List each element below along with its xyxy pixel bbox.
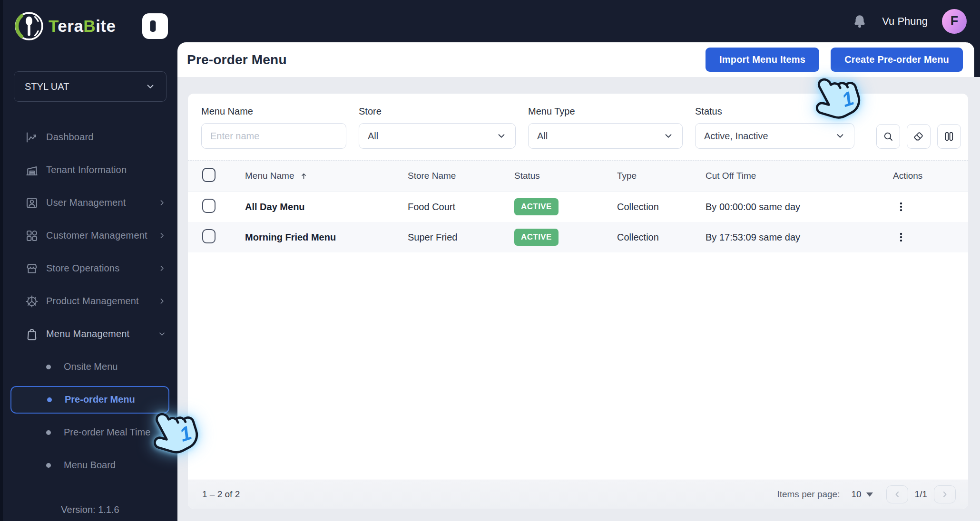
page-size-select[interactable]: 10 xyxy=(851,489,872,500)
cell-menu-name[interactable]: All Day Menu xyxy=(245,202,408,212)
table-footer: 1 – 2 of 2 Items per page: 10 1/1 xyxy=(188,480,968,509)
sidebar-item-product-management[interactable]: Product Management xyxy=(3,285,177,318)
next-page-button[interactable] xyxy=(934,485,956,503)
page-title: Pre-order Menu xyxy=(187,52,287,68)
filter-store: Store All xyxy=(359,106,516,149)
row-checkbox[interactable] xyxy=(202,199,216,213)
sidebar-item-label: User Management xyxy=(46,197,158,208)
sidebar-item-menu-board[interactable]: Menu Board xyxy=(3,449,177,482)
app-version: Version: 1.1.6 xyxy=(3,504,177,515)
kebab-menu-icon xyxy=(895,230,907,244)
gear-icon xyxy=(25,294,39,309)
header-actions: Actions xyxy=(882,171,968,181)
page-header-wrap: Pre-order Menu Import Menu Items Create … xyxy=(177,42,980,77)
pager: 1/1 xyxy=(886,485,956,503)
search-button[interactable] xyxy=(876,124,900,149)
menu-name-input[interactable] xyxy=(210,131,337,142)
cell-cut-off-time: By 00:00:00 same day xyxy=(706,202,882,212)
shopping-bag-icon xyxy=(25,327,39,341)
filter-menu-type: Menu Type All xyxy=(528,106,683,149)
create-pre-order-menu-button[interactable]: Create Pre-order Menu xyxy=(831,48,963,72)
table-header: Menu Name Store Name Status Type Cut Off… xyxy=(188,160,968,192)
sort-ascending-icon xyxy=(299,172,308,181)
row-actions-menu-button[interactable] xyxy=(893,197,909,216)
sidebar-subitem-label: Pre-order Meal Time xyxy=(64,427,150,438)
avatar[interactable]: F xyxy=(942,9,967,34)
cell-status: ACTIVE xyxy=(514,229,617,246)
sidebar-subitem-label: Pre-order Menu xyxy=(65,394,135,405)
clear-filters-button[interactable] xyxy=(907,124,931,149)
sidebar-item-customer-management[interactable]: Customer Management xyxy=(3,219,177,252)
cell-actions xyxy=(882,197,968,216)
store-select[interactable]: All xyxy=(359,123,516,149)
chevron-right-icon xyxy=(940,490,950,499)
sidebar-panel-icon xyxy=(147,18,163,34)
filter-label: Menu Type xyxy=(528,106,683,117)
menu-management-submenu: Onsite Menu Pre-order Menu Pre-order Mea… xyxy=(3,350,177,482)
header-status[interactable]: Status xyxy=(514,171,617,181)
status-select[interactable]: Active, Inactive xyxy=(695,123,854,149)
cell-status: ACTIVE xyxy=(514,198,617,215)
sidebar: TeraBite STYL UAT Dashboard Tenant Infor… xyxy=(0,0,177,521)
sidebar-item-tenant-information[interactable]: Tenant Information xyxy=(3,154,177,186)
sidebar-subitem-label: Menu Board xyxy=(64,460,116,471)
page-actions: Import Menu Items Create Pre-order Menu xyxy=(706,48,963,72)
items-per-page-label: Items per page: xyxy=(777,489,840,500)
chevron-down-icon xyxy=(145,81,156,92)
sidebar-item-store-operations[interactable]: Store Operations xyxy=(3,252,177,285)
sidebar-subitem-label: Onsite Menu xyxy=(64,361,118,372)
sidebar-item-label: Store Operations xyxy=(46,263,158,274)
header-cut-off-time[interactable]: Cut Off Time xyxy=(706,171,882,181)
table-empty-space xyxy=(188,252,968,480)
filter-bar: Menu Name Store All Menu Type xyxy=(188,94,968,160)
row-checkbox[interactable] xyxy=(202,229,216,243)
filter-action-buttons xyxy=(876,124,961,149)
sidebar-nav: Dashboard Tenant Information User Manage… xyxy=(3,121,177,482)
sidebar-item-onsite-menu[interactable]: Onsite Menu xyxy=(3,350,177,383)
topbar: Vu Phung F xyxy=(177,0,980,42)
user-name[interactable]: Vu Phung xyxy=(882,15,928,28)
select-all-checkbox[interactable] xyxy=(202,168,216,182)
chevron-down-icon xyxy=(663,131,674,141)
sidebar-collapse-button[interactable] xyxy=(142,13,168,39)
chevron-down-icon xyxy=(496,131,507,141)
eraser-icon xyxy=(913,131,924,142)
sidebar-item-dashboard[interactable]: Dashboard xyxy=(3,121,177,154)
header-menu-name[interactable]: Menu Name xyxy=(245,171,408,181)
status-badge: ACTIVE xyxy=(514,229,559,246)
sidebar-item-pre-order-meal-time[interactable]: Pre-order Meal Time xyxy=(3,416,177,449)
filter-menu-name: Menu Name xyxy=(201,106,346,149)
sidebar-item-user-management[interactable]: User Management xyxy=(3,186,177,219)
table-row: Morning Fried Menu Super Fried ACTIVE Co… xyxy=(188,222,968,252)
previous-page-button[interactable] xyxy=(886,485,908,503)
sidebar-item-pre-order-menu-wrap: Pre-order Menu xyxy=(3,383,177,416)
page-content: Menu Name Store All Menu Type xyxy=(177,77,980,521)
row-checkbox-cell xyxy=(188,199,245,215)
columns-button[interactable] xyxy=(937,124,961,149)
row-actions-menu-button[interactable] xyxy=(893,228,909,247)
chevron-right-icon xyxy=(158,232,166,240)
sidebar-item-menu-management[interactable]: Menu Management xyxy=(3,318,177,350)
header-type[interactable]: Type xyxy=(617,171,706,181)
menu-type-select[interactable]: All xyxy=(528,123,683,149)
notifications-bell-icon[interactable] xyxy=(852,13,868,29)
brand-logo: TeraBite xyxy=(13,10,116,42)
bullet-icon xyxy=(47,397,52,402)
chevron-right-icon xyxy=(158,264,166,272)
bullet-icon xyxy=(46,365,51,369)
kebab-menu-icon xyxy=(895,200,907,214)
page-header: Pre-order Menu Import Menu Items Create … xyxy=(177,42,974,77)
header-store-name[interactable]: Store Name xyxy=(408,171,514,181)
cell-menu-name[interactable]: Morning Fried Menu xyxy=(245,232,408,243)
tenant-selector[interactable]: STYL UAT xyxy=(14,71,167,102)
menu-name-input-wrap xyxy=(201,123,346,149)
import-menu-items-button[interactable]: Import Menu Items xyxy=(706,48,819,72)
cell-type: Collection xyxy=(617,232,706,243)
sidebar-item-label: Tenant Information xyxy=(46,164,166,175)
filter-label: Menu Name xyxy=(201,106,346,117)
cell-type: Collection xyxy=(617,202,706,212)
store-select-value: All xyxy=(368,131,378,142)
sidebar-item-pre-order-menu[interactable]: Pre-order Menu xyxy=(10,386,169,414)
columns-icon xyxy=(943,131,955,142)
sidebar-item-label: Product Management xyxy=(46,296,158,307)
